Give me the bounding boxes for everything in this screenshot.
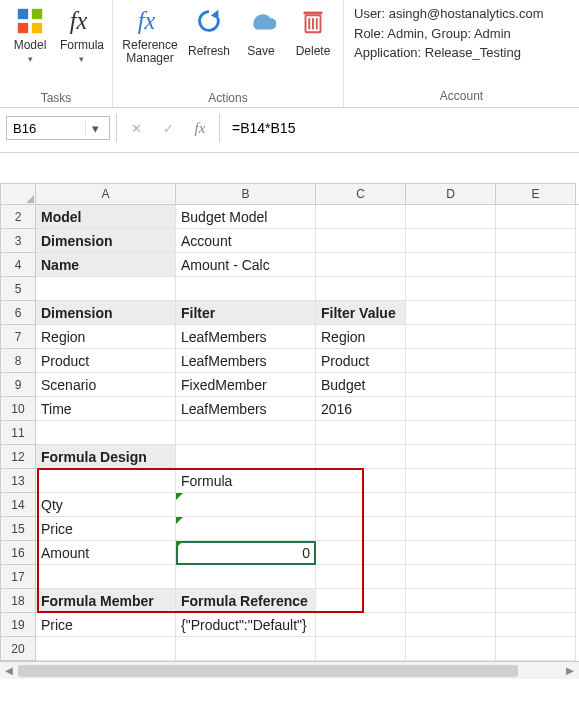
cell[interactable]: Formula Design [36, 445, 176, 469]
select-all-corner[interactable] [0, 183, 36, 204]
cell[interactable] [316, 589, 406, 613]
row-header[interactable]: 10 [0, 397, 36, 421]
insert-function-button[interactable]: fx [187, 116, 213, 140]
cell[interactable] [496, 301, 576, 325]
accept-formula-button[interactable]: ✓ [155, 116, 181, 140]
row-header[interactable]: 3 [0, 229, 36, 253]
cell[interactable] [496, 397, 576, 421]
cell[interactable]: Name [36, 253, 176, 277]
name-box-input[interactable] [7, 121, 85, 136]
scroll-left-icon[interactable]: ◄ [0, 663, 18, 678]
cell[interactable]: Region [36, 325, 176, 349]
col-header-d[interactable]: D [406, 183, 496, 204]
cell[interactable] [496, 349, 576, 373]
cell[interactable]: Formula Member [36, 589, 176, 613]
cell[interactable] [36, 637, 176, 661]
cell[interactable] [406, 493, 496, 517]
cell[interactable] [176, 421, 316, 445]
cell[interactable] [316, 277, 406, 301]
row-header[interactable]: 4 [0, 253, 36, 277]
cell[interactable] [406, 517, 496, 541]
cell[interactable] [176, 493, 316, 517]
cell[interactable] [406, 565, 496, 589]
cell[interactable]: Budget [316, 373, 406, 397]
cell[interactable]: LeafMembers [176, 349, 316, 373]
cell[interactable]: Scenario [36, 373, 176, 397]
cell[interactable]: Dimension [36, 229, 176, 253]
row-header[interactable]: 18 [0, 589, 36, 613]
cell[interactable] [36, 421, 176, 445]
cell[interactable] [316, 637, 406, 661]
model-button[interactable]: Model▾ [4, 4, 56, 68]
cell[interactable] [406, 589, 496, 613]
row-header[interactable]: 14 [0, 493, 36, 517]
cell[interactable]: Account [176, 229, 316, 253]
row-header[interactable]: 8 [0, 349, 36, 373]
cell[interactable] [406, 229, 496, 253]
cell[interactable] [406, 421, 496, 445]
cell[interactable] [36, 277, 176, 301]
cell[interactable] [406, 613, 496, 637]
row-header[interactable]: 20 [0, 637, 36, 661]
cell[interactable] [496, 493, 576, 517]
name-box-dropdown[interactable]: ▾ [85, 121, 105, 136]
cancel-formula-button[interactable]: ✕ [123, 116, 149, 140]
cell[interactable] [316, 445, 406, 469]
cell[interactable] [496, 421, 576, 445]
cell[interactable]: LeafMembers [176, 397, 316, 421]
cell[interactable]: Filter [176, 301, 316, 325]
cell[interactable]: Price [36, 517, 176, 541]
cell[interactable] [316, 613, 406, 637]
cell[interactable]: Product [36, 349, 176, 373]
cell[interactable] [406, 373, 496, 397]
cell[interactable] [496, 229, 576, 253]
row-header[interactable]: 7 [0, 325, 36, 349]
cell[interactable] [316, 565, 406, 589]
cell[interactable]: Qty [36, 493, 176, 517]
cell[interactable]: Formula Reference [176, 589, 316, 613]
row-header[interactable]: 5 [0, 277, 36, 301]
cell[interactable]: Formula [176, 469, 316, 493]
cell[interactable]: Time [36, 397, 176, 421]
col-header-e[interactable]: E [496, 183, 576, 204]
cell[interactable] [406, 349, 496, 373]
cell[interactable] [176, 637, 316, 661]
cell[interactable] [406, 469, 496, 493]
row-header[interactable]: 11 [0, 421, 36, 445]
cell[interactable] [176, 277, 316, 301]
spreadsheet-grid[interactable]: A B C D E 2ModelBudget Model3DimensionAc… [0, 153, 579, 661]
col-header-c[interactable]: C [316, 183, 406, 204]
row-header[interactable]: 16 [0, 541, 36, 565]
cell[interactable] [316, 253, 406, 277]
cell[interactable] [176, 445, 316, 469]
save-button[interactable]: Save [235, 4, 287, 68]
cell[interactable]: Filter Value [316, 301, 406, 325]
cell[interactable] [496, 325, 576, 349]
row-header[interactable]: 15 [0, 517, 36, 541]
scroll-right-icon[interactable]: ► [561, 663, 579, 678]
refresh-button[interactable]: Refresh [183, 4, 235, 68]
name-box[interactable]: ▾ [6, 116, 110, 140]
cell[interactable] [406, 205, 496, 229]
cell[interactable] [496, 445, 576, 469]
row-header[interactable]: 19 [0, 613, 36, 637]
cell[interactable] [316, 229, 406, 253]
formula-button[interactable]: fx Formula▾ [56, 4, 108, 68]
cell[interactable] [496, 565, 576, 589]
cell[interactable] [406, 301, 496, 325]
delete-button[interactable]: Delete [287, 4, 339, 68]
cell[interactable] [316, 517, 406, 541]
cell[interactable]: Region [316, 325, 406, 349]
cell[interactable] [176, 565, 316, 589]
cell[interactable] [496, 589, 576, 613]
cell[interactable] [406, 445, 496, 469]
cell[interactable]: Budget Model [176, 205, 316, 229]
cell[interactable]: Model [36, 205, 176, 229]
cell[interactable] [406, 397, 496, 421]
cell[interactable] [36, 469, 176, 493]
row-header[interactable]: 12 [0, 445, 36, 469]
cell[interactable] [496, 205, 576, 229]
cell[interactable]: Price [36, 613, 176, 637]
cell[interactable]: Product [316, 349, 406, 373]
cell[interactable] [496, 637, 576, 661]
